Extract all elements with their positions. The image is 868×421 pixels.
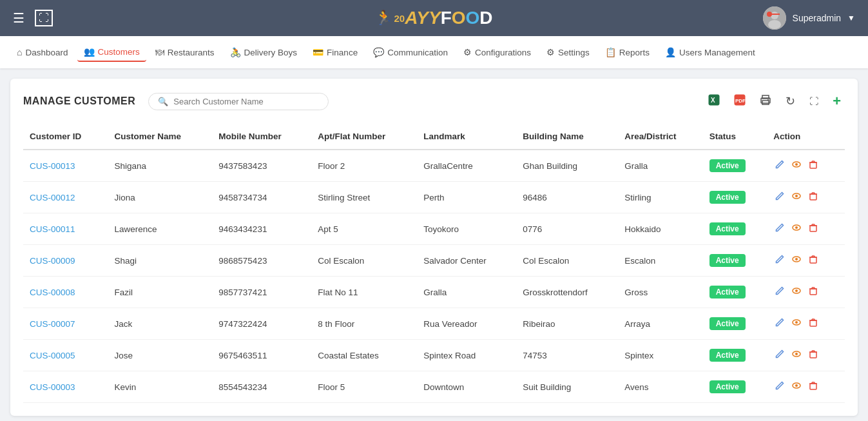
customer-id-link[interactable]: CUS-00008 [30,288,75,297]
svg-rect-30 [810,226,816,231]
cell-status: Active [703,150,767,182]
customer-id-link[interactable]: CUS-00003 [30,382,75,392]
expand-icon[interactable]: ⛶ [35,10,53,26]
search-input[interactable] [173,97,319,106]
edit-icon [775,349,785,359]
nav-label-restaurants: Restaurants [168,48,215,57]
nav-item-delivery-boys[interactable]: 🚴 Delivery Boys [224,43,304,61]
nav-item-reports[interactable]: 📋 Reports [599,43,656,61]
hamburger-icon[interactable]: ☰ [13,10,24,26]
delete-button[interactable] [807,284,820,300]
cell-apt: Floor 5 [311,371,417,403]
cell-building: 74753 [516,340,618,371]
status-badge: Active [709,159,746,172]
edit-button[interactable] [773,253,786,268]
action-icons [773,284,838,300]
nav-item-finance[interactable]: 💳 Finance [306,43,364,61]
cell-status: Active [703,340,767,371]
cell-action [767,245,845,277]
delete-button[interactable] [807,316,820,331]
logo-f: F [441,8,452,28]
nav-label-users-management: Users Management [679,48,755,57]
svg-point-29 [795,226,798,229]
svg-point-13 [767,99,769,101]
cell-landmark: Spintex Road [417,340,516,371]
view-button[interactable] [790,190,803,205]
delete-button[interactable] [807,190,820,205]
view-button[interactable] [790,221,803,237]
view-button[interactable] [790,253,803,268]
cell-mobile: 9463434231 [212,213,311,245]
customer-id-link[interactable]: CUS-00005 [30,351,75,360]
cell-action [767,150,845,182]
edit-button[interactable] [773,221,786,237]
action-icons [773,348,838,363]
cell-building: Col Escalon [516,245,618,277]
col-header-status: Status [703,124,767,150]
nav-item-configurations[interactable]: ⚙ Configurations [457,43,537,61]
cell-customer-name: Shigana [108,150,212,182]
nav-item-dashboard[interactable]: ⌂ Dashboard [10,43,75,61]
nav-item-settings[interactable]: ⚙ Settings [540,43,596,61]
nav-label-finance: Finance [327,48,358,57]
excel-export-button[interactable]: X [704,92,724,111]
nav-item-customers[interactable]: 👥 Customers [77,43,146,62]
cell-status: Active [703,245,767,277]
cell-building: 96486 [516,182,618,213]
add-customer-button[interactable]: + [829,92,845,111]
svg-point-2 [768,20,781,29]
edit-button[interactable] [773,190,786,205]
edit-button[interactable] [773,348,786,363]
view-button[interactable] [790,316,803,331]
edit-button[interactable] [773,158,786,173]
svg-point-15 [795,163,798,166]
action-icons [773,379,838,395]
edit-icon [775,380,785,391]
delete-button[interactable] [807,253,820,268]
customer-id-link[interactable]: CUS-00009 [30,256,75,266]
cell-action [767,308,845,340]
main-content: MANAGE CUSTOMER 🔍 X PDF [10,79,858,416]
cell-status: Active [703,182,767,213]
eye-icon [791,349,802,359]
cell-action [767,213,845,245]
refresh-button[interactable]: ↻ [782,92,799,111]
user-dropdown-arrow[interactable]: ▼ [847,14,855,23]
nav-item-restaurants[interactable]: 🍽 Restaurants [149,43,221,61]
nav-item-users-management[interactable]: 👤 Users Management [659,43,762,61]
svg-point-36 [795,258,798,260]
delete-button[interactable] [807,221,820,237]
eye-icon [791,159,802,170]
header-left-section: MANAGE CUSTOMER 🔍 [23,93,329,110]
pdf-export-button[interactable]: PDF [730,92,749,111]
print-button[interactable] [756,92,775,111]
action-icons [773,158,838,173]
delete-button[interactable] [807,348,820,363]
customer-id-link[interactable]: CUS-00007 [30,319,75,329]
cell-area: Gralla [618,150,702,182]
table-wrapper: Customer ID Customer Name Mobile Number … [23,124,845,403]
col-header-customer-id: Customer ID [23,124,108,150]
customer-id-link[interactable]: CUS-00011 [30,224,75,234]
cell-status: Active [703,371,767,403]
cell-action [767,182,845,213]
restaurants-icon: 🍽 [155,47,164,57]
view-button[interactable] [790,158,803,173]
delete-button[interactable] [807,379,820,395]
edit-button[interactable] [773,284,786,300]
delete-button[interactable] [807,158,820,173]
view-button[interactable] [790,348,803,363]
cell-area: Escalon [618,245,702,277]
table-row: CUS-00008 Fazil 9857737421 Flat No 11 Gr… [23,277,845,308]
nav-item-communication[interactable]: 💬 Communication [367,43,454,61]
view-button[interactable] [790,284,803,300]
edit-button[interactable] [773,379,786,395]
customer-id-link[interactable]: CUS-00013 [30,161,75,171]
view-button[interactable] [790,379,803,395]
fullscreen-button[interactable]: ⛶ [805,93,822,109]
cell-customer-id: CUS-00012 [23,182,108,213]
customer-id-link[interactable]: CUS-00012 [30,193,75,202]
edit-button[interactable] [773,316,786,331]
customers-icon: 👥 [84,46,95,57]
cell-customer-name: Shagi [108,245,212,277]
